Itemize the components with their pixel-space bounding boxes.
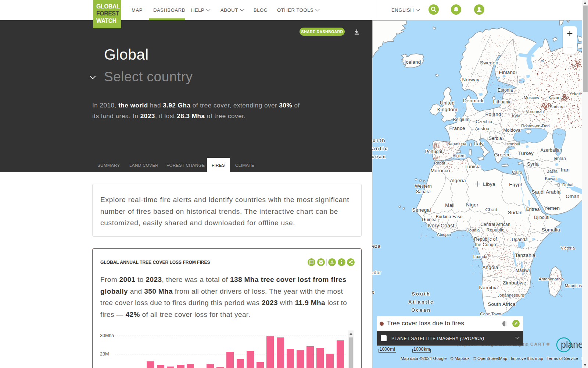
- svg-text:Egypt: Egypt: [509, 182, 522, 187]
- svg-text:Luanda: Luanda: [473, 254, 488, 259]
- svg-text:Barcelona: Barcelona: [447, 141, 466, 146]
- svg-text:France: France: [449, 125, 465, 131]
- svg-text:Moldova: Moldova: [503, 128, 521, 133]
- svg-text:Guinea: Guinea: [422, 217, 437, 222]
- svg-text:Iran: Iran: [561, 167, 570, 173]
- svg-text:leza: leza: [372, 243, 380, 249]
- svg-text:Somalia: Somalia: [542, 227, 560, 233]
- svg-text:Algeria: Algeria: [450, 178, 466, 183]
- svg-text:South Africa: South Africa: [488, 301, 515, 307]
- svg-text:Mauritius: Mauritius: [565, 283, 582, 288]
- svg-text:Johannesburg: Johannesburg: [498, 293, 524, 297]
- svg-text:Lithuania: Lithuania: [493, 99, 512, 105]
- svg-text:Yemen: Yemen: [544, 205, 560, 211]
- svg-text:Kyiv: Kyiv: [512, 114, 520, 118]
- svg-text:Mali: Mali: [445, 202, 455, 208]
- svg-text:United: United: [440, 100, 455, 106]
- svg-text:Tanzania: Tanzania: [515, 252, 535, 258]
- svg-text:the Congo: the Congo: [475, 242, 496, 247]
- svg-text:Niger: Niger: [466, 202, 478, 208]
- svg-text:Istanbul: Istanbul: [505, 142, 520, 146]
- svg-text:Azerbaijan: Azerbaijan: [541, 148, 562, 153]
- svg-text:Finland: Finland: [499, 70, 516, 75]
- svg-text:Rostov-on-Don: Rostov-on-Don: [521, 124, 549, 128]
- svg-text:Cape Town: Cape Town: [480, 312, 501, 316]
- svg-text:Uganda: Uganda: [512, 237, 527, 242]
- svg-text:Austria: Austria: [475, 126, 490, 131]
- svg-text:Ivory Coast: Ivory Coast: [428, 223, 455, 229]
- svg-text:Denmark: Denmark: [463, 98, 484, 103]
- svg-text:Kingdom: Kingdom: [437, 107, 458, 112]
- svg-text:ro: ro: [372, 290, 374, 295]
- svg-text:Tunisia: Tunisia: [465, 164, 481, 169]
- svg-text:Atlantic: Atlantic: [372, 146, 388, 151]
- svg-text:Eritrea: Eritrea: [526, 207, 540, 212]
- svg-text:Portugal: Portugal: [425, 149, 442, 154]
- svg-text:Samara: Samara: [550, 105, 565, 109]
- svg-text:Malawi: Malawi: [516, 268, 530, 273]
- svg-text:Belgium: Belgium: [453, 117, 470, 122]
- svg-text:Zimbabwe: Zimbabwe: [503, 280, 526, 286]
- svg-text:Abidjan: Abidjan: [437, 232, 451, 237]
- svg-text:Republic: Republic: [487, 227, 504, 233]
- svg-text:Chad: Chad: [485, 207, 497, 212]
- svg-text:Poland: Poland: [485, 112, 501, 117]
- svg-text:Namibia: Namibia: [479, 285, 498, 290]
- svg-text:Sudan: Sudan: [508, 210, 523, 215]
- svg-text:ador: ador: [372, 270, 381, 275]
- svg-text:Douala: Douala: [466, 228, 480, 232]
- svg-text:Antananarivo: Antananarivo: [539, 277, 564, 281]
- svg-text:Republic of: Republic of: [474, 237, 497, 242]
- svg-text:Czechia: Czechia: [476, 119, 492, 124]
- svg-text:Djibouti: Djibouti: [534, 215, 549, 220]
- svg-text:Oman: Oman: [566, 194, 580, 199]
- svg-text:Central African: Central African: [480, 222, 510, 227]
- svg-text:Italy: Italy: [474, 141, 484, 146]
- svg-text:Ocean: Ocean: [372, 154, 387, 159]
- svg-text:Libya: Libya: [483, 181, 495, 187]
- svg-text:Greece: Greece: [494, 152, 510, 158]
- svg-text:Ocean: Ocean: [411, 307, 431, 313]
- svg-text:Syria: Syria: [527, 161, 539, 167]
- svg-text:plane: plane: [561, 339, 583, 350]
- svg-text:Dubai: Dubai: [562, 183, 573, 187]
- svg-text:Rabat: Rabat: [434, 161, 445, 165]
- svg-text:South: South: [412, 291, 431, 297]
- svg-text:Saudi Arabia: Saudi Arabia: [532, 189, 561, 195]
- svg-text:Kuwait: Kuwait: [545, 176, 558, 181]
- svg-text:Tehran: Tehran: [553, 156, 566, 160]
- svg-text:Cairo: Cairo: [512, 170, 522, 174]
- svg-text:North: North: [372, 138, 386, 143]
- svg-text:CART: CART: [530, 342, 546, 346]
- svg-text:Iceland: Iceland: [405, 59, 421, 65]
- svg-text:Norway: Norway: [462, 77, 480, 82]
- svg-text:Moscow: Moscow: [524, 95, 539, 100]
- svg-text:Serbia: Serbia: [489, 136, 502, 141]
- svg-text:Senegal: Senegal: [412, 207, 431, 213]
- svg-text:Algiers: Algiers: [452, 153, 465, 158]
- svg-text:Atlantic: Atlantic: [408, 299, 434, 305]
- svg-text:Estonia: Estonia: [498, 88, 513, 93]
- svg-text:Victoria: Victoria: [561, 246, 575, 250]
- svg-text:Turkey: Turkey: [518, 151, 534, 156]
- svg-text:Angola: Angola: [482, 265, 498, 270]
- svg-text:Kazan’: Kazan’: [548, 95, 561, 100]
- svg-text:Burkina Faso: Burkina Faso: [435, 214, 462, 219]
- svg-text:Voronezh: Voronezh: [526, 109, 544, 114]
- svg-text:Basra: Basra: [546, 169, 558, 173]
- svg-text:Morocco: Morocco: [430, 168, 450, 173]
- svg-text:Sweden: Sweden: [480, 60, 498, 66]
- svg-text:Sahara: Sahara: [416, 189, 431, 194]
- svg-text:Western: Western: [415, 184, 432, 189]
